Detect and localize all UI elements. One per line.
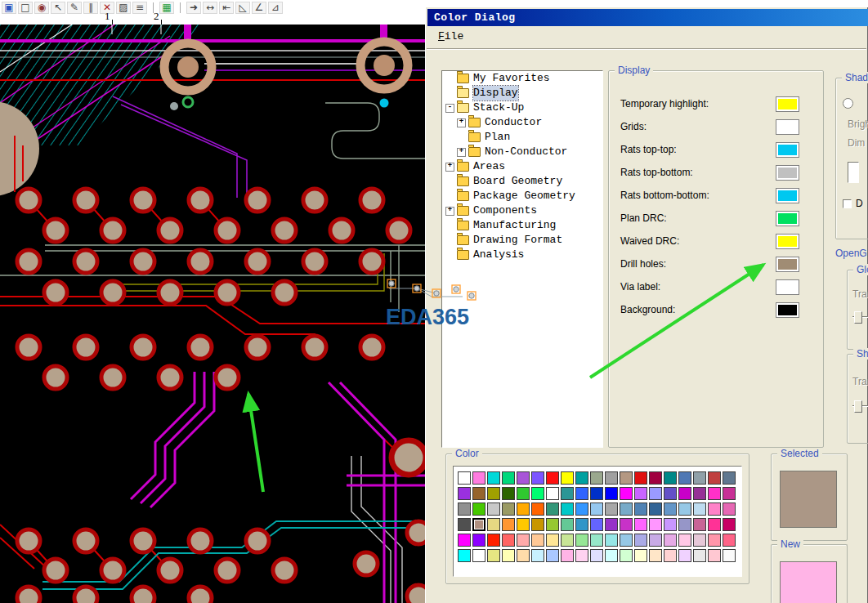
palette-color[interactable] [678,534,691,547]
palette-color[interactable] [708,502,721,516]
palette-color[interactable] [487,471,500,485]
board-grid-icon[interactable]: ▦ [159,2,174,14]
route-icon[interactable]: ➜ [186,2,201,14]
color-swatch[interactable] [776,166,799,180]
measure-extent-icon[interactable]: ⇤ [219,2,234,14]
palette-color[interactable] [693,487,706,500]
color-swatch[interactable] [776,280,799,294]
palette-color[interactable] [620,471,633,485]
palette-color[interactable] [517,502,530,516]
palette-color[interactable] [649,471,662,485]
palette-color[interactable] [605,502,618,516]
palette-color[interactable] [575,534,588,547]
palette-color[interactable] [723,487,736,500]
palette-color[interactable] [575,487,588,500]
tree-item-display[interactable]: Display [442,86,602,100]
palette-color[interactable] [723,549,736,562]
palette-color[interactable] [502,502,515,516]
palette-color[interactable] [723,518,736,531]
palette-color[interactable] [561,518,574,531]
color-swatch[interactable] [776,212,799,226]
pcb-viewport[interactable] [0,25,425,603]
palette-color[interactable] [472,534,485,547]
palette-color[interactable] [620,549,633,562]
palette-color[interactable] [693,502,706,516]
palette-color[interactable] [678,487,691,500]
expand-icon[interactable]: + [457,118,466,127]
palette-color[interactable] [708,534,721,547]
palette-color[interactable] [472,487,485,500]
palette-color[interactable] [649,534,662,547]
palette-color[interactable] [634,487,647,500]
palette-color[interactable] [634,502,647,516]
palette-color[interactable] [649,549,662,562]
pcb-canvas[interactable] [0,25,425,603]
tree-item-non-conductor[interactable]: +Non-Conductor [442,145,602,159]
pause-icon[interactable]: ∥ [83,2,98,14]
palette-color[interactable] [693,518,706,531]
palette-color[interactable] [546,471,559,485]
tree-item-my-favorites[interactable]: My Favorites [442,71,602,86]
palette-color[interactable] [693,534,706,547]
color-swatch[interactable] [776,120,799,134]
palette-color[interactable] [517,471,530,485]
palette-color[interactable] [517,487,530,500]
angle-icon[interactable]: ∠ [252,2,266,14]
expand-icon[interactable]: + [457,148,466,157]
pencil-icon[interactable]: ✎ [67,2,82,14]
tree-item-board-geometry[interactable]: Board Geometry [442,174,602,189]
shadow-radio[interactable] [843,98,853,109]
palette-color[interactable] [678,502,691,516]
palette-color[interactable] [649,518,662,531]
palette-color[interactable] [517,518,530,531]
palette-color[interactable] [561,502,574,516]
palette-color[interactable] [487,518,500,531]
palette-color[interactable] [620,518,633,531]
palette-color[interactable] [458,549,471,562]
palette-color[interactable] [531,487,544,500]
palette-color[interactable] [590,549,603,562]
tree-item-plan[interactable]: Plan [442,130,602,145]
hatch-icon[interactable]: ▨ [116,2,131,14]
tree-item-stack-up[interactable]: -Stack-Up [442,100,602,115]
palette-color[interactable] [575,502,588,516]
sheets-transparency-slider[interactable] [852,405,868,407]
global-slider-handle[interactable] [854,311,862,324]
slope-icon[interactable]: ◺ [235,2,250,14]
tree-item-package-geometry[interactable]: Package Geometry [442,189,602,203]
palette-color[interactable] [487,534,500,547]
palette-color[interactable] [458,471,471,485]
palette-color[interactable] [605,549,618,562]
palette-color[interactable] [546,518,559,531]
palette-color[interactable] [708,487,721,500]
palette-color[interactable] [693,549,706,562]
palette-color[interactable] [531,549,544,562]
palette-color[interactable] [678,471,691,485]
palette-color[interactable] [502,549,515,562]
palette-color[interactable] [458,534,471,547]
palette-color[interactable] [708,549,721,562]
palette-color[interactable] [723,534,736,547]
palette-color[interactable] [531,518,544,531]
palette-color[interactable] [649,487,662,500]
palette-color[interactable] [693,471,706,485]
tree-item-analysis[interactable]: Analysis [442,248,602,262]
palette-color[interactable] [502,518,515,531]
palette-color[interactable] [620,487,633,500]
palette-color[interactable] [649,502,662,516]
palette-color[interactable] [590,534,603,547]
tree-item-manufacturing[interactable]: Manufacturing [442,218,602,233]
palette-color[interactable] [708,518,721,531]
palette-color[interactable] [517,549,530,562]
palette-color[interactable] [502,471,515,485]
color-swatch[interactable] [776,97,799,111]
palette-color[interactable] [531,534,544,547]
palette-color[interactable] [458,487,471,500]
color-swatch[interactable] [776,303,799,317]
palette-color[interactable] [664,502,677,516]
stack-icon[interactable]: ≡ [132,2,147,14]
target-icon[interactable]: ◉ [34,2,49,14]
palette-color[interactable] [517,534,530,547]
color-swatch[interactable] [776,143,799,157]
menu-file[interactable]: File [435,29,467,43]
